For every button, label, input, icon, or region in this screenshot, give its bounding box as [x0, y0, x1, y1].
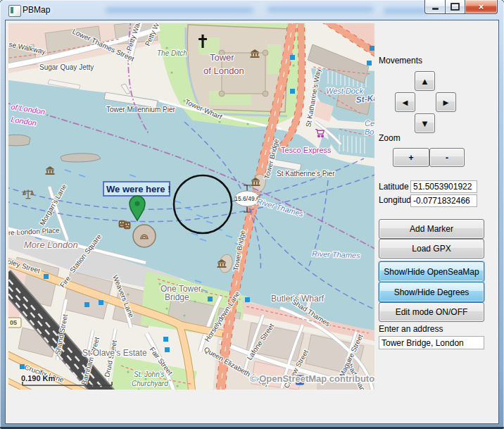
edit-mode-button[interactable]: Edit mode ON/OFF	[379, 302, 484, 322]
map-label: River Thames	[312, 249, 360, 259]
move-down-button[interactable]: ▼	[415, 113, 435, 133]
zoom-out-button[interactable]: -	[429, 148, 465, 167]
seamark-icon	[245, 297, 250, 302]
minimize-icon	[432, 8, 439, 10]
maximize-icon	[451, 3, 460, 11]
seamark-icon	[20, 364, 25, 369]
glass-reflection	[267, 6, 373, 13]
caption-buttons: ×	[424, 0, 498, 14]
map-label: West Dock	[326, 87, 363, 95]
map-label: The Ditch	[157, 49, 187, 57]
glass-reflection	[106, 7, 253, 13]
zoom-label: Zoom	[379, 133, 401, 143]
map-label: Tower	[210, 52, 234, 63]
svg-text:0.190 Km: 0.190 Km	[21, 374, 56, 383]
map-label: Cen	[365, 119, 374, 128]
map-label: More London	[24, 240, 78, 250]
map-label: St Olave's Estate	[82, 348, 147, 358]
move-right-button[interactable]: ►	[436, 92, 456, 112]
latitude-label: Latitude	[379, 182, 409, 192]
seamark-icon	[165, 347, 170, 352]
svg-text:15.6/49.6: 15.6/49.6	[234, 195, 260, 202]
add-marker-button[interactable]: Add Marker	[379, 219, 484, 239]
map-label: St Katherine's Pier	[277, 170, 335, 178]
close-button[interactable]: ×	[465, 0, 498, 14]
longitude-input[interactable]	[410, 194, 477, 207]
road-ref-badge: 05	[8, 318, 21, 328]
minimize-button[interactable]	[424, 0, 446, 14]
seamark-icon	[290, 55, 295, 60]
map-attribution: © OpenStreetMap contributors	[250, 373, 374, 384]
map-view[interactable]: 15.6/49.6 05 se WalkwayLower Thames Stre…	[8, 23, 374, 390]
app-icon	[8, 5, 21, 17]
toggle-openseamap-button[interactable]: Show/Hide OpenSeaMap	[379, 261, 484, 282]
zoom-in-button[interactable]: +	[393, 148, 429, 167]
latitude-input[interactable]	[410, 180, 477, 193]
seamark-icon	[290, 89, 295, 94]
map-label: Bo	[365, 128, 374, 136]
window-title: PBMap	[23, 5, 50, 15]
map-svg[interactable]: 15.6/49.6 05 se WalkwayLower Thames Stre…	[8, 23, 374, 390]
map-label: Sugar Quay Jetty	[39, 63, 94, 71]
glass-reflection	[384, 8, 426, 14]
maximize-button[interactable]	[446, 0, 465, 14]
address-input[interactable]	[379, 336, 484, 349]
marker-label-text: We were here !	[106, 184, 171, 194]
svg-text:05: 05	[10, 319, 17, 326]
seamark-icon	[208, 297, 213, 301]
movements-label: Movements	[379, 56, 422, 66]
title-bar[interactable]: PBMap ×	[0, 0, 504, 20]
seamark-icon	[370, 46, 374, 51]
load-gpx-button[interactable]: Load GPX	[379, 239, 484, 259]
app-window: PBMap ×	[0, 0, 504, 429]
seamark-icon	[367, 61, 372, 66]
toggle-degrees-button[interactable]: Show/Hide Degrees	[379, 282, 484, 302]
move-up-button[interactable]: ▲	[415, 71, 435, 91]
close-icon: ×	[479, 1, 484, 12]
map-label: Bridge	[165, 292, 189, 302]
move-left-button[interactable]: ◄	[395, 92, 415, 112]
map-label: Tower Millennium Pier	[106, 106, 175, 113]
seamark-icon	[163, 337, 168, 342]
map-label: Tesco Express	[281, 146, 332, 154]
map-label: of London	[203, 66, 244, 76]
seamark-icon	[84, 302, 89, 307]
map-label: St. John's	[134, 371, 165, 378]
seamark-icon	[44, 274, 49, 279]
map-label: Churchyard	[132, 380, 168, 387]
map-label: St-Ka	[355, 93, 374, 105]
seamark-icon	[99, 300, 103, 305]
address-label: Enter an address	[379, 324, 443, 334]
